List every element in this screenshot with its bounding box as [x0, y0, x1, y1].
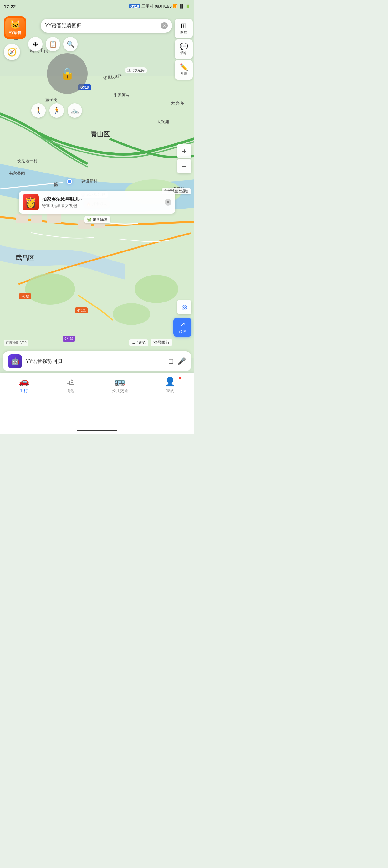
temperature-text: 18°C: [137, 340, 146, 345]
ad-content: 拍家乡浓浓年味儿 › 得100元新春大礼包: [42, 196, 165, 209]
donghu-poi[interactable]: 🌿 东湖绿道: [85, 216, 110, 223]
battery-icon: 🔋: [186, 4, 190, 8]
compass-icon: 🧭: [7, 47, 17, 57]
feedback-label: 反馈: [180, 71, 187, 76]
line5-badge: 5号线: [19, 293, 31, 299]
yy-logo-text: YY语音: [9, 30, 21, 36]
traffic-restriction: 双号限行: [151, 339, 172, 346]
bottom-search-avatar: 🤖: [8, 354, 22, 368]
mine-badge-dot: [179, 377, 181, 379]
lock-icon: 🔒: [60, 67, 74, 80]
travel-label: 出行: [20, 388, 28, 394]
location-button[interactable]: ◎: [177, 300, 192, 314]
transit-label: 公共交通: [112, 388, 128, 394]
message-button[interactable]: 💬 消息: [174, 39, 193, 59]
feedback-icon: ✏️: [180, 64, 188, 71]
map-bottom-info: 百度地图 V20 ☁ 18°C 双号限行: [4, 339, 172, 346]
ad-title: 拍家乡浓浓年味儿 ›: [42, 196, 165, 202]
copyright-text: 百度地图 V20: [4, 340, 29, 346]
nav-travel[interactable]: 🚗 出行: [13, 377, 34, 394]
nav-nearby[interactable]: 🛍 周边: [61, 377, 80, 394]
run-mode-button[interactable]: 🏃: [50, 103, 64, 118]
route-button[interactable]: ↗ 路线: [173, 317, 192, 337]
ai-avatar-icon: 🤖: [11, 357, 20, 365]
nav-transit[interactable]: 🚌 公共交通: [107, 377, 133, 394]
route-label: 路线: [179, 329, 186, 334]
bottom-search-text: YY语音强势回归: [26, 358, 164, 365]
road-label-jiangbei: 江北快速路: [125, 67, 147, 73]
current-location-dot: [67, 179, 72, 184]
search-clear-button[interactable]: ✕: [161, 22, 168, 29]
bottom-navigation: 🚗 出行 🛍 周边 🚌 公共交通 👤 我的: [0, 373, 194, 434]
zoom-in-button[interactable]: +: [177, 144, 192, 158]
g318-badge: G318: [129, 4, 140, 8]
ad-subtitle: 得100元新春大礼包: [42, 203, 165, 209]
nearby-label: 周边: [66, 388, 74, 394]
home-indicator: [77, 430, 117, 432]
search-text: YY语音强势回归: [45, 23, 161, 29]
mine-icon: 👤: [165, 377, 175, 386]
status-time: 17:22: [4, 4, 15, 9]
svg-rect-6: [31, 215, 42, 223]
svg-rect-7: [47, 214, 61, 223]
move-tool-button[interactable]: ⊕: [28, 37, 42, 51]
status-bar: 17:22 G318 三闸村 98.0 KB/S 📶 ▐▌ 🔋: [0, 0, 194, 12]
lock-overlay: 🔒: [47, 53, 88, 94]
zoom-controls: + −: [177, 144, 192, 174]
location-name: 三闸村: [141, 3, 154, 9]
map-tools-row: ⊕ 📋 🔍: [28, 37, 77, 51]
location-icon: ◎: [182, 303, 187, 311]
route-icon: ↗: [180, 320, 185, 329]
bike-mode-button[interactable]: 🚲: [68, 103, 82, 118]
screenshot-tool-button[interactable]: 📋: [46, 37, 60, 51]
message-label: 消息: [180, 51, 187, 55]
svg-point-2: [25, 273, 75, 305]
layers-label: 图层: [180, 30, 187, 35]
ad-arrow: ›: [81, 197, 82, 202]
walk-mode-button[interactable]: 🚶: [31, 103, 46, 118]
signal-icon: ▐▌: [179, 4, 184, 8]
screenshot-button[interactable]: ⊡: [168, 357, 174, 365]
ad-close-button[interactable]: ✕: [165, 199, 171, 206]
weather-info: ☁ 18°C: [129, 339, 148, 346]
message-icon: 💬: [180, 43, 188, 50]
layers-button[interactable]: ⊞ 图层: [174, 19, 193, 38]
zoom-out-button[interactable]: −: [177, 159, 192, 174]
svg-point-4: [112, 303, 150, 325]
compass[interactable]: 🧭: [4, 44, 20, 60]
network-icon: 📶: [173, 4, 178, 8]
line4-badge: 4号线: [75, 308, 88, 313]
bottom-search-bar[interactable]: 🤖 YY语音强势回归 ⊡ 🎤: [3, 351, 191, 371]
nav-mine[interactable]: 👤 我的: [160, 377, 181, 394]
transit-icon: 🚌: [114, 377, 125, 386]
ad-banner[interactable]: 👸 拍家乡浓浓年味儿 › 得100元新春大礼包 ✕: [19, 191, 175, 214]
svg-point-3: [134, 275, 179, 303]
yy-logo[interactable]: 🐱 YY语音: [4, 16, 26, 39]
layers-icon: ⊞: [181, 23, 187, 29]
transport-mode-row: 🚶 🏃 🚲: [31, 103, 82, 118]
travel-icon: 🚗: [19, 377, 29, 386]
status-right-group: G318 三闸村 98.0 KB/S 📶 ▐▌ 🔋: [129, 3, 190, 9]
wuhanda-vertical: 武汉大道: [53, 179, 59, 181]
mic-button[interactable]: 🎤: [177, 357, 186, 365]
mine-label: 我的: [166, 388, 174, 394]
ad-avatar: 👸: [23, 194, 39, 210]
right-sidebar: ⊞ 图层 💬 消息 ✏️ 反馈: [174, 19, 193, 80]
yy-logo-inner: 🐱 YY语音: [5, 18, 25, 37]
search-along-road-button[interactable]: 🔍: [63, 37, 77, 51]
nearby-icon: 🛍: [66, 377, 75, 386]
speed-text: 98.0 KB/S: [155, 4, 172, 8]
svg-rect-5: [15, 214, 28, 223]
search-bar[interactable]: YY语音强势回归 ✕: [41, 19, 172, 33]
feedback-button[interactable]: ✏️ 反馈: [174, 60, 193, 80]
weather-icon: ☁: [131, 340, 135, 345]
